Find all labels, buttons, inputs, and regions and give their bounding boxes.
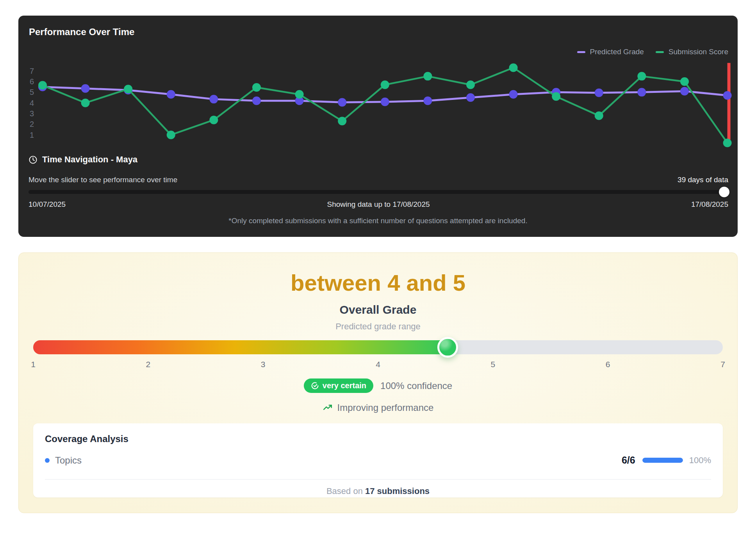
coverage-title: Coverage Analysis — [45, 434, 711, 444]
time-slider-handle[interactable] — [719, 187, 729, 197]
y-axis-tick: 2 — [30, 120, 34, 128]
predicted-grade-point[interactable] — [423, 96, 432, 105]
predicted-grade-point[interactable] — [509, 90, 518, 99]
confidence-badge: very certain — [304, 378, 373, 393]
coverage-progress-track — [642, 458, 683, 463]
submission-score-point[interactable] — [167, 131, 175, 139]
submission-score-point[interactable] — [295, 90, 304, 99]
trend-row: Improving performance — [19, 402, 737, 413]
predicted-grade-point[interactable] — [595, 89, 603, 97]
check-circle-icon — [311, 382, 319, 390]
predicted-grade-point[interactable] — [209, 95, 218, 103]
submission-score-point[interactable] — [124, 85, 132, 93]
coverage-progress-fill — [642, 458, 683, 463]
predicted-grade-point[interactable] — [637, 88, 646, 96]
submission-score-point[interactable] — [552, 92, 560, 101]
submission-score-point[interactable] — [81, 99, 90, 107]
predicted-grade-point[interactable] — [723, 91, 732, 100]
submission-score-point[interactable] — [423, 72, 432, 80]
legend-label: Submission Score — [669, 48, 728, 56]
legend-item-submission-score[interactable]: Submission Score — [656, 48, 728, 56]
prediction-card: between 4 and 5 Overall Grade Predicted … — [18, 252, 738, 513]
chart-footnote: *Only completed submissions with a suffi… — [18, 217, 738, 225]
grade-scale — [33, 340, 723, 354]
predicted-range-caption: Predicted grade range — [19, 322, 737, 332]
days-of-data-label: 39 days of data — [678, 176, 728, 184]
grade-tick-label: 5 — [490, 360, 495, 369]
time-slider-track[interactable] — [29, 190, 729, 194]
predicted-grade-point[interactable] — [680, 87, 689, 96]
submission-score-point[interactable] — [38, 81, 47, 90]
submission-score-point[interactable] — [466, 80, 475, 89]
slider-end-date: 17/08/2025 — [691, 200, 728, 209]
submission-score-point[interactable] — [595, 111, 603, 120]
predicted-range-headline: between 4 and 5 — [19, 270, 737, 296]
coverage-divider — [45, 479, 711, 480]
predicted-grade-point[interactable] — [338, 98, 346, 107]
coverage-row-topics: Topics 6/6 100% — [45, 455, 711, 466]
grade-scale-track[interactable] — [33, 340, 723, 354]
performance-card: 1234567 Performance Over Time Predicted … — [18, 16, 738, 237]
submission-score-point[interactable] — [509, 64, 518, 72]
predicted-grade-point[interactable] — [252, 96, 261, 105]
y-axis-tick: 6 — [30, 77, 34, 86]
time-navigation-header: Time Navigation - Maya — [29, 155, 137, 165]
y-axis-tick: 4 — [30, 99, 34, 107]
submission-score-point[interactable] — [209, 115, 218, 124]
coverage-footer-prefix: Based on — [326, 486, 365, 496]
overall-grade-subtitle: Overall Grade — [19, 303, 737, 317]
clock-icon — [29, 155, 37, 164]
topic-bullet-icon — [45, 458, 50, 463]
trend-text: Improving performance — [337, 402, 434, 413]
time-navigation-title: Time Navigation - Maya — [42, 155, 137, 165]
submission-score-point[interactable] — [252, 83, 261, 92]
predicted-grade-point[interactable] — [167, 90, 175, 99]
coverage-footer-count: 17 submissions — [365, 486, 430, 496]
confidence-text: 100% confidence — [380, 380, 452, 391]
coverage-footer: Based on 17 submissions — [45, 486, 711, 496]
predicted-grade-point[interactable] — [381, 98, 389, 106]
grade-tick-label: 7 — [720, 360, 725, 369]
submission-score-swatch — [656, 51, 664, 53]
grade-tick-label: 4 — [376, 360, 380, 369]
grade-tick-label: 3 — [261, 360, 266, 369]
y-axis-tick: 1 — [30, 131, 34, 139]
legend-label: Predicted Grade — [590, 48, 644, 56]
submission-score-point[interactable] — [680, 77, 689, 86]
page-root: 1234567 Performance Over Time Predicted … — [0, 0, 756, 533]
confidence-row: very certain 100% confidence — [19, 378, 737, 393]
chart-legend: Predicted Grade Submission Score — [577, 48, 728, 56]
confidence-badge-label: very certain — [323, 381, 366, 390]
coverage-count: 6/6 — [622, 455, 635, 466]
grade-tick-label: 1 — [31, 360, 36, 369]
coverage-row-label: Topics — [55, 455, 82, 466]
submission-score-point[interactable] — [637, 72, 646, 80]
y-axis-tick: 3 — [30, 109, 34, 118]
submission-score-point[interactable] — [338, 117, 346, 125]
coverage-card: Coverage Analysis Topics 6/6 100% Based … — [33, 423, 723, 497]
submission-score-point[interactable] — [723, 139, 732, 147]
y-axis-tick: 5 — [30, 88, 34, 96]
slider-current-label: Showing data up to 17/08/2025 — [29, 200, 728, 209]
performance-title: Performance Over Time — [29, 27, 134, 37]
grade-tick-label: 6 — [606, 360, 610, 369]
submission-score-point[interactable] — [381, 80, 389, 89]
predicted-grade-swatch — [577, 51, 585, 53]
coverage-percent: 100% — [689, 455, 711, 465]
grade-scale-knob[interactable] — [437, 337, 458, 358]
legend-item-predicted-grade[interactable]: Predicted Grade — [577, 48, 644, 56]
predicted-grade-point[interactable] — [81, 84, 90, 93]
predicted-grade-point[interactable] — [466, 93, 475, 102]
slider-instruction: Move the slider to see performance over … — [29, 176, 177, 184]
grade-scale-gradient-fill — [33, 340, 454, 354]
y-axis-tick: 7 — [30, 67, 34, 75]
grade-tick-label: 2 — [146, 360, 150, 369]
trending-up-icon — [323, 403, 333, 413]
grade-scale-ticks: 1234567 — [33, 360, 723, 369]
